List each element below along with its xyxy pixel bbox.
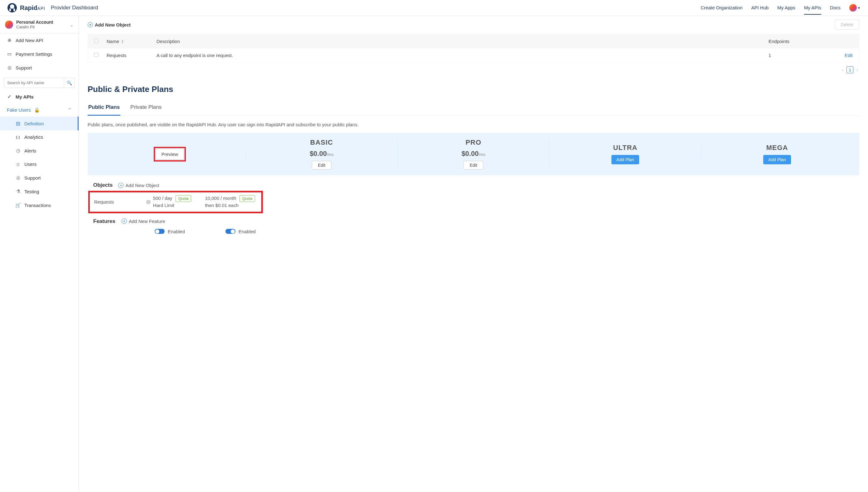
search-button[interactable]: 🔍 xyxy=(64,78,75,88)
nav-docs[interactable]: Docs xyxy=(830,5,841,11)
add-plan-button[interactable]: Add Plan xyxy=(612,155,639,164)
brand-main: Rapid xyxy=(20,4,38,11)
plan-ultra: ULTRA Add Plan xyxy=(549,144,701,164)
account-user: Catalin Pit xyxy=(16,25,67,29)
delete-button[interactable]: Delete xyxy=(835,20,859,30)
feature-toggle-pro: Enabled xyxy=(225,229,256,234)
document-icon: ▤ xyxy=(16,121,21,126)
sidebar-label: Definition xyxy=(24,121,44,126)
brand-sub: API xyxy=(38,6,46,11)
select-all-checkbox[interactable] xyxy=(94,39,99,43)
highlight-requests-row: Requests i 500 / day Quota Hard Limit 10… xyxy=(88,191,263,213)
plan-name: PRO xyxy=(466,139,481,147)
plan-name: BASIC xyxy=(310,139,333,147)
nav-my-apis[interactable]: My APIs xyxy=(804,5,821,15)
plus-circle-icon: ⊕ xyxy=(7,38,12,43)
nav-my-apps[interactable]: My Apps xyxy=(777,5,795,11)
quota-line2: Hard Limit xyxy=(153,202,205,209)
toggle-label: Enabled xyxy=(168,229,185,234)
chevron-down-icon: ⌄ xyxy=(70,22,74,27)
row-checkbox[interactable] xyxy=(94,53,99,57)
plans-grid: Preview BASIC $0.00/mo Edit PRO $0.00/mo… xyxy=(88,133,859,175)
plan-mega: MEGA Add Plan xyxy=(701,144,853,164)
sidebar-item-users[interactable]: ☺ Users xyxy=(0,157,79,171)
account-selector[interactable]: Personal Account Catalin Pit ⌄ xyxy=(0,16,79,33)
toggle-switch[interactable] xyxy=(155,229,165,234)
sidebar: Personal Account Catalin Pit ⌄ ⊕ Add New… xyxy=(0,16,79,492)
sidebar-support[interactable]: ◎ Support xyxy=(0,61,79,75)
sidebar-item-testing[interactable]: ⚗ Testing xyxy=(0,184,79,198)
check-circle-icon: ✓ xyxy=(7,94,12,99)
sidebar-item-alerts[interactable]: ◷ Alerts xyxy=(0,144,79,157)
objects-top-bar: + Add New Object Delete xyxy=(88,20,859,30)
add-new-object-button[interactable]: + Add New Object xyxy=(88,22,131,27)
add-plan-button[interactable]: Add Plan xyxy=(763,155,791,164)
add-label: Add New Object xyxy=(95,22,131,27)
objects-title: Objects xyxy=(93,182,113,188)
plan-name: MEGA xyxy=(766,144,788,152)
tab-public-plans[interactable]: Public Plans xyxy=(88,101,120,116)
prev-page-icon[interactable]: ‹ xyxy=(842,67,844,72)
account-text: Personal Account Catalin Pit xyxy=(16,20,67,29)
add-new-feature-link[interactable]: + Add New Feature xyxy=(122,219,165,224)
add-label: Add New Object xyxy=(125,183,159,188)
search-input[interactable] xyxy=(4,78,64,88)
objects-header: Objects + Add New Object xyxy=(93,182,859,188)
pagination: ‹ 1 › xyxy=(89,67,858,73)
features-header: Features + Add New Feature xyxy=(93,218,859,224)
preview-button[interactable]: Preview xyxy=(155,149,184,159)
search-icon: 🔍 xyxy=(67,80,72,85)
nav-api-hub[interactable]: API Hub xyxy=(751,5,769,11)
plan-tabs: Public Plans Private Plans xyxy=(88,101,859,116)
plus-circle-icon: + xyxy=(118,183,123,188)
sidebar-item-analytics[interactable]: ⫿⫿ Analytics xyxy=(0,130,79,144)
api-sub-list: ▤ Definition ⫿⫿ Analytics ◷ Alerts ☺ Use… xyxy=(0,117,79,212)
nav-create-organization[interactable]: Create Organization xyxy=(700,5,742,11)
chevron-up-icon: ⌃ xyxy=(68,107,72,113)
header-right: Create Organization API Hub My Apps My A… xyxy=(700,4,861,11)
feature-toggle-basic: Enabled xyxy=(155,229,185,234)
add-new-object-link[interactable]: + Add New Object xyxy=(118,183,159,188)
lock-icon: 🔒 xyxy=(34,107,40,113)
user-avatar[interactable]: ▼ xyxy=(849,4,861,11)
compass-icon: ◎ xyxy=(16,175,21,180)
table-header: Name ▲▼ Description Endpoints xyxy=(88,34,859,48)
sidebar-my-apis[interactable]: ✓ My APIs xyxy=(0,90,79,103)
sidebar-label: My APIs xyxy=(16,94,34,99)
sidebar-label: Testing xyxy=(24,189,39,194)
edit-link[interactable]: Edit xyxy=(845,53,853,58)
page-number[interactable]: 1 xyxy=(846,67,853,73)
cell-description: A call to any endpoint is one request. xyxy=(156,53,769,58)
plan-price: $0.00/mo xyxy=(462,150,486,158)
sidebar-label: Support xyxy=(16,65,32,71)
table-row: Requests A call to any endpoint is one r… xyxy=(88,48,859,63)
compass-icon: ◎ xyxy=(7,65,12,71)
sidebar-api-fake-users[interactable]: Fake Users 🔒 ⌃ xyxy=(0,103,79,117)
header-bar: RapidAPI Provider Dashboard Create Organ… xyxy=(0,0,868,16)
object-name: Requests xyxy=(94,199,114,204)
sidebar-label: Transactions xyxy=(24,203,51,208)
tab-private-plans[interactable]: Private Plans xyxy=(130,101,162,115)
plan-name: ULTRA xyxy=(613,144,638,152)
header-left: RapidAPI Provider Dashboard xyxy=(7,3,98,13)
edit-plan-button[interactable]: Edit xyxy=(464,161,483,170)
toggle-switch[interactable] xyxy=(225,229,235,234)
sidebar-item-transactions[interactable]: 🛒 Transactions xyxy=(0,198,79,212)
sidebar-add-api[interactable]: ⊕ Add New API xyxy=(0,33,79,47)
sidebar-item-definition[interactable]: ▤ Definition xyxy=(0,117,79,130)
col-name: Name xyxy=(107,39,119,44)
sidebar-label: Analytics xyxy=(24,134,43,140)
info-icon[interactable]: i xyxy=(146,200,151,204)
plus-circle-icon: + xyxy=(88,22,93,27)
price-period: /mo xyxy=(327,152,333,157)
sidebar-payment-settings[interactable]: ▭ Payment Settings xyxy=(0,47,79,61)
quota-line1: 500 / day xyxy=(153,196,172,201)
next-page-icon[interactable]: › xyxy=(857,67,858,72)
sidebar-item-support[interactable]: ◎ Support xyxy=(0,171,79,184)
section-title-plans: Public & Private Plans xyxy=(88,84,859,94)
price-value: $0.00 xyxy=(462,150,478,157)
sort-icon[interactable]: ▲▼ xyxy=(121,39,124,44)
quota-badge: Quota xyxy=(176,195,192,202)
edit-plan-button[interactable]: Edit xyxy=(312,161,331,170)
sidebar-label: Payment Settings xyxy=(16,51,52,57)
